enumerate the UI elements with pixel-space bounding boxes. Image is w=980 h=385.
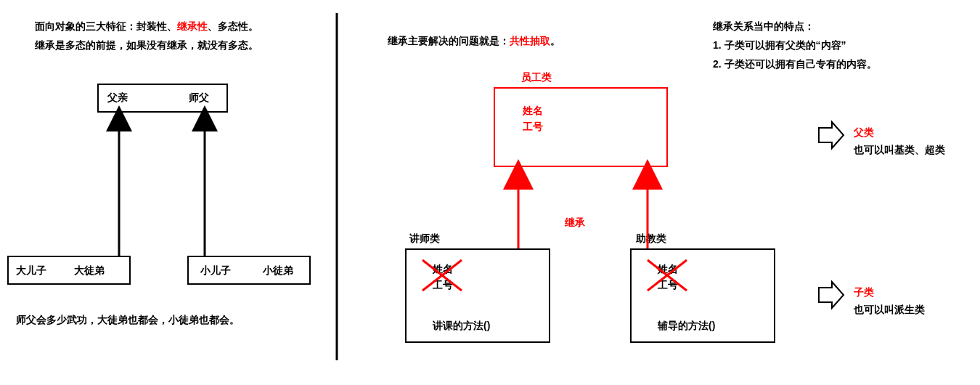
assistant-label: 助教类 bbox=[636, 232, 666, 246]
teacher-field2: 工号 bbox=[433, 279, 453, 292]
left-line1-b: 继承性 bbox=[177, 20, 208, 32]
assistant-field1: 姓名 bbox=[658, 263, 678, 276]
employee-label: 员工类 bbox=[521, 71, 552, 84]
left-footer: 师父会多少武功，大徒弟也都会，小徒弟也都会。 bbox=[16, 314, 240, 327]
child-left-b: 大徒弟 bbox=[74, 264, 105, 277]
child-right-a: 小儿子 bbox=[200, 264, 231, 277]
middle-header-b: 共性抽取 bbox=[510, 35, 550, 46]
parent-box-left-label: 父亲 bbox=[107, 92, 128, 105]
teacher-field1: 姓名 bbox=[433, 263, 453, 276]
left-line1-c: 、多态性。 bbox=[208, 20, 258, 32]
child-right-b: 小徒弟 bbox=[263, 264, 293, 277]
parent-class-desc: 也可以叫基类、超类 bbox=[854, 144, 945, 157]
parent-class-label: 父类 bbox=[854, 126, 874, 139]
right-pt1: 1. 子类可以拥有父类的“内容” bbox=[713, 39, 846, 52]
hollow-arrow-parent bbox=[819, 122, 844, 148]
child-left-a: 大儿子 bbox=[16, 264, 46, 277]
child-class-desc: 也可以叫派生类 bbox=[854, 304, 925, 317]
child-class-label: 子类 bbox=[854, 286, 874, 299]
middle-header-a: 继承主要解决的问题就是： bbox=[388, 35, 510, 46]
right-pt2: 2. 子类还可以拥有自己专有的内容。 bbox=[713, 58, 877, 71]
employee-field2: 工号 bbox=[523, 121, 543, 134]
teacher-label: 讲师类 bbox=[409, 232, 440, 246]
employee-box bbox=[494, 87, 668, 167]
inherit-label: 继承 bbox=[565, 216, 585, 230]
middle-header-c: 。 bbox=[550, 35, 560, 46]
left-line2: 继承是多态的前提，如果没有继承，就没有多态。 bbox=[35, 39, 258, 52]
assistant-field2: 工号 bbox=[658, 279, 678, 292]
right-title: 继承关系当中的特点： bbox=[713, 20, 814, 33]
left-line1: 面向对象的三大特征：封装性、继承性、多态性。 bbox=[35, 20, 258, 33]
left-line1-a: 面向对象的三大特征：封装性、 bbox=[35, 20, 177, 32]
teacher-method: 讲课的方法() bbox=[433, 320, 490, 333]
diagram-stage: 面向对象的三大特征：封装性、继承性、多态性。 继承是多态的前提，如果没有继承，就… bbox=[0, 0, 980, 385]
middle-header: 继承主要解决的问题就是：共性抽取。 bbox=[388, 35, 560, 48]
employee-field1: 姓名 bbox=[523, 105, 543, 118]
hollow-arrow-child bbox=[819, 282, 844, 308]
assistant-method: 辅导的方法() bbox=[658, 320, 715, 333]
parent-box-right-label: 师父 bbox=[189, 92, 209, 105]
